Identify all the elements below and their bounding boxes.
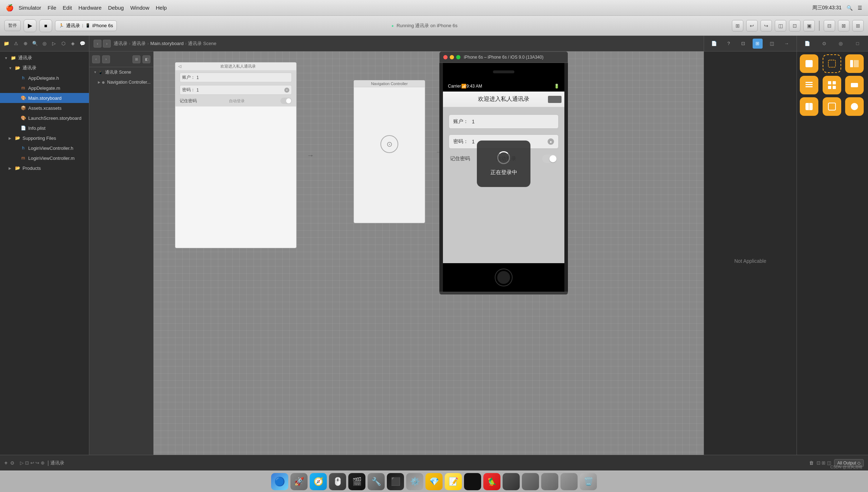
- dock-notes[interactable]: 📝: [445, 473, 462, 490]
- scenes-nav-toggle[interactable]: ◧: [143, 55, 150, 63]
- bc-item2[interactable]: 通讯录: [132, 40, 146, 47]
- size-tab[interactable]: ◫: [767, 39, 777, 49]
- layout-toggle[interactable]: ▣: [803, 20, 815, 31]
- widget-grid-2x2[interactable]: [823, 76, 841, 94]
- menu-help[interactable]: Help: [156, 5, 167, 11]
- breakpoint-nav-icon[interactable]: ◈: [69, 39, 77, 48]
- scene-item-nav[interactable]: ▶ ⊕ Navigation Controller...: [89, 77, 153, 87]
- scheme-selector[interactable]: 🏃 通讯录 | 📱 iPhone 6s: [55, 20, 117, 31]
- source-nav-icon[interactable]: ⚠: [13, 39, 20, 48]
- identity-tab[interactable]: ⊡: [738, 39, 748, 49]
- dock-misc4[interactable]: [541, 473, 558, 490]
- widget-sq-outline[interactable]: [823, 97, 841, 116]
- folder-nav-icon[interactable]: 📁: [3, 39, 10, 48]
- dock-launchpad[interactable]: 🚀: [290, 473, 308, 490]
- dock-misc3[interactable]: [522, 473, 539, 490]
- widget-left-panel[interactable]: [845, 54, 864, 73]
- tree-item-root[interactable]: ▼ 📁 通讯录: [0, 53, 89, 63]
- autologin-toggle[interactable]: [542, 154, 557, 163]
- scenes-back[interactable]: ‹: [92, 55, 100, 63]
- connections-tab[interactable]: →: [782, 39, 792, 49]
- widget-list[interactable]: [800, 76, 818, 94]
- pause-button[interactable]: 暂停: [4, 20, 21, 31]
- utilities-toggle[interactable]: ⊞: [852, 20, 864, 31]
- dock-terminal[interactable]: ⬛: [387, 473, 404, 490]
- account-field[interactable]: 账户： 1: [449, 114, 559, 129]
- inspector-toggle[interactable]: ⊟: [824, 20, 835, 31]
- tree-item-folder-main[interactable]: ▼ 📂 通讯录: [0, 63, 89, 73]
- attributes-tab[interactable]: ⊞: [753, 39, 763, 49]
- dock-misc2[interactable]: [503, 473, 520, 490]
- bc-item1[interactable]: 通讯录: [114, 40, 128, 47]
- widget-sq-solid[interactable]: [800, 97, 818, 116]
- menu-simulator[interactable]: Simulator: [19, 5, 41, 11]
- widget-square[interactable]: [800, 54, 818, 73]
- menu-window[interactable]: Window: [130, 5, 149, 11]
- symbol-nav-icon[interactable]: ⊕: [22, 39, 29, 48]
- dock-settings[interactable]: ⚙️: [406, 473, 423, 490]
- sim-close-btn[interactable]: [443, 55, 448, 59]
- menu-file[interactable]: File: [48, 5, 56, 11]
- bc-item4[interactable]: 通讯录 Scene: [188, 40, 216, 47]
- widget-color-icon[interactable]: □: [853, 39, 863, 49]
- tree-item-supporting-files[interactable]: ▶ 📂 Supporting Files: [0, 133, 89, 143]
- test-nav-icon[interactable]: ▷: [50, 39, 58, 48]
- nav-back[interactable]: ‹: [94, 40, 101, 48]
- tree-item-info-plist[interactable]: 📄 Info.plist: [0, 123, 89, 133]
- find-nav-icon[interactable]: 🔍: [31, 39, 39, 48]
- stop-button[interactable]: ■: [39, 19, 52, 32]
- file-inspector-tab[interactable]: 📄: [709, 39, 719, 49]
- tree-item-main-storyboard[interactable]: 🎨 Main.storyboard: [0, 93, 89, 103]
- filter-icon[interactable]: ⊙: [10, 460, 14, 466]
- add-button[interactable]: +: [4, 460, 8, 466]
- dock-misc5[interactable]: [560, 473, 578, 490]
- dock-trash[interactable]: 🗑️: [580, 473, 597, 490]
- widget-compact[interactable]: [845, 76, 864, 94]
- menubar-menu-icon[interactable]: ☰: [858, 5, 862, 11]
- tree-item-loginvc-h[interactable]: h LoginViewController.h: [0, 143, 89, 153]
- sim-max-btn[interactable]: [456, 55, 460, 59]
- assistant-editor[interactable]: ⊡: [789, 20, 800, 31]
- quick-help-tab[interactable]: ?: [724, 39, 734, 49]
- navigator-toggle[interactable]: ⊞: [732, 20, 743, 31]
- bc-item3[interactable]: Main.storyboard: [150, 41, 184, 46]
- widget-obj-icon[interactable]: ⊙: [819, 39, 829, 49]
- forward-btn[interactable]: ↪: [760, 20, 772, 31]
- sim-min-btn[interactable]: [450, 55, 454, 59]
- scenes-forward[interactable]: ›: [102, 55, 110, 63]
- scenes-view-toggle[interactable]: ⊞: [133, 55, 140, 63]
- back-btn[interactable]: ↩: [746, 20, 758, 31]
- widget-circle[interactable]: [845, 97, 864, 116]
- dock-finder[interactable]: 🔵: [271, 473, 288, 490]
- dock-safari[interactable]: 🧭: [310, 473, 327, 490]
- tree-item-products[interactable]: ▶ 📂 Products: [0, 163, 89, 173]
- debug-nav-icon[interactable]: ⬡: [60, 39, 67, 48]
- nav-forward[interactable]: ›: [103, 40, 111, 48]
- dock-misc1[interactable]: 🦜: [483, 473, 500, 490]
- dock-tools[interactable]: 🔧: [368, 473, 385, 490]
- dock-mouse[interactable]: 🖱️: [329, 473, 346, 490]
- menu-debug[interactable]: Debug: [108, 5, 124, 11]
- tree-item-appdelegate-m[interactable]: m AppDelegate.m: [0, 83, 89, 93]
- widget-dashed-square[interactable]: [823, 54, 841, 73]
- widget-media-icon[interactable]: ◎: [836, 39, 846, 49]
- menubar-search-icon[interactable]: 🔍: [847, 5, 853, 11]
- clear-log-icon[interactable]: 🗑: [809, 460, 814, 466]
- dock-black1[interactable]: [464, 473, 481, 490]
- dock-sketch[interactable]: 💎: [425, 473, 443, 490]
- dock-video[interactable]: 🎬: [348, 473, 365, 490]
- tree-item-appdelegate-h[interactable]: h AppDelegate.h: [0, 73, 89, 83]
- menu-edit[interactable]: Edit: [63, 5, 72, 11]
- issue-nav-icon[interactable]: ◎: [41, 39, 48, 48]
- tree-item-launch-storyboard[interactable]: 🎨 LaunchScreen.storyboard: [0, 113, 89, 123]
- tree-item-loginvc-m[interactable]: m LoginViewController.m: [0, 153, 89, 163]
- run-button[interactable]: ▶: [24, 19, 36, 32]
- scene-item-root[interactable]: ▼ 📱 通讯录 Scene: [89, 67, 153, 77]
- debug-toggle[interactable]: ⊠: [838, 20, 849, 31]
- apple-icon[interactable]: 🍎: [6, 4, 14, 12]
- widget-file-icon[interactable]: 📄: [802, 39, 812, 49]
- storyboard-canvas[interactable]: ◁ 欢迎进入私人通讯录 账户：1 密码：1 × 记住密码 自动: [154, 51, 704, 471]
- tree-item-assets[interactable]: 📦 Assets.xcassets: [0, 103, 89, 113]
- menu-hardware[interactable]: Hardware: [78, 5, 101, 11]
- report-nav-icon[interactable]: 💬: [79, 39, 86, 48]
